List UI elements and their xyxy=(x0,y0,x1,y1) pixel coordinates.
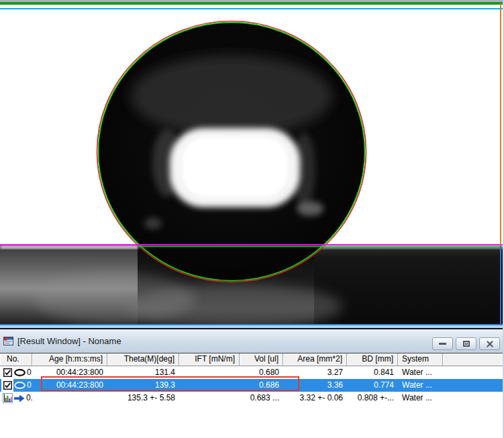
bd-cell: 0.841 xyxy=(347,366,398,379)
table-row-selected[interactable]: 0... 00:44:23:800 139.3 0.686 3.36 0.774… xyxy=(0,379,504,392)
column-header-age[interactable]: Age [h:m:s:ms] xyxy=(32,353,107,366)
column-header-no[interactable]: No. xyxy=(0,353,32,366)
system-cell: Water ... xyxy=(398,392,443,404)
ift-cell xyxy=(179,366,240,379)
column-header-vol[interactable]: Vol [ul] xyxy=(240,353,283,366)
result-window-titlebar[interactable]: [Result Window] - Noname xyxy=(0,329,504,353)
area-cell: 3.27 xyxy=(283,366,347,379)
table-body: 0... 00:44:23:800 131.4 0.680 3.27 0.841… xyxy=(0,366,504,404)
eye-icon xyxy=(14,369,26,376)
camera-image xyxy=(0,10,504,324)
theta-cell: 131.4 xyxy=(107,366,179,379)
drop-image-view xyxy=(0,10,504,324)
row-number: 0... xyxy=(27,366,32,379)
row-number: 0... xyxy=(27,379,32,392)
bd-cell: 0.774 xyxy=(347,379,398,392)
column-header-empty xyxy=(443,353,504,366)
column-header-theta[interactable]: Theta(M)[deg] xyxy=(107,353,179,366)
column-header-area[interactable]: Area [mm*2] xyxy=(283,353,347,366)
roi-right-line-lower xyxy=(500,245,501,325)
roi-right-line-upper xyxy=(500,3,501,245)
row-checkbox-checked[interactable] xyxy=(1,366,13,379)
row-no-cell: 0... xyxy=(0,366,32,379)
vol-cell: 0.686 xyxy=(240,379,283,392)
system-cell: Water ... xyxy=(398,366,443,379)
restore-icon xyxy=(463,341,470,347)
ift-cell xyxy=(179,379,240,392)
table-header: No. Age [h:m:s:ms] Theta(M)[deg] IFT [mN… xyxy=(0,353,504,366)
system-cell: Water ... xyxy=(398,379,443,392)
window-title: [Result Window] - Noname xyxy=(17,336,121,346)
table-row-statistics[interactable]: 0... 135.3 +- 5.58 0.683 ... 3.32 +- 0.0… xyxy=(0,392,504,404)
age-cell: 00:44:23:800 xyxy=(32,379,107,392)
column-header-bd[interactable]: BD [mm] xyxy=(347,353,398,366)
table-row[interactable]: 0... 00:44:23:800 131.4 0.680 3.27 0.841… xyxy=(0,366,504,379)
minimize-button[interactable] xyxy=(432,337,453,350)
vol-cell: 0.683 ... xyxy=(240,392,283,404)
vol-cell: 0.680 xyxy=(240,366,283,379)
histogram-icon xyxy=(1,392,13,404)
close-button[interactable] xyxy=(479,337,500,350)
cyan-divider-line xyxy=(0,8,504,9)
minimize-icon xyxy=(439,343,446,345)
theta-cell: 135.3 +- 5.58 xyxy=(107,392,179,404)
restore-button[interactable] xyxy=(456,337,476,350)
column-header-ift[interactable]: IFT [mN/m] xyxy=(179,353,240,366)
age-cell xyxy=(32,392,107,404)
row-checkbox-checked[interactable] xyxy=(1,379,13,392)
area-cell: 3.32 +- 0.06 xyxy=(283,392,347,404)
top-green-strip xyxy=(0,2,504,5)
bd-cell: 0.808 +-... xyxy=(347,392,398,404)
theta-cell: 139.3 xyxy=(107,379,179,392)
row-no-cell: 0... xyxy=(0,392,32,404)
row-no-cell: 0... xyxy=(0,379,32,392)
close-icon xyxy=(486,341,494,347)
ift-cell xyxy=(179,392,240,404)
arrow-right-icon xyxy=(14,394,25,402)
droplet xyxy=(98,22,365,281)
age-cell: 00:44:23:800 xyxy=(32,366,107,379)
area-cell: 3.36 xyxy=(283,379,347,392)
result-window-icon[interactable] xyxy=(3,337,13,345)
row-number: 0... xyxy=(26,392,32,404)
result-window: [Result Window] - Noname No. Age [h:m:s:… xyxy=(0,329,504,438)
column-header-system[interactable]: System xyxy=(398,353,443,366)
eye-icon xyxy=(14,382,26,389)
window-controls xyxy=(430,337,500,350)
